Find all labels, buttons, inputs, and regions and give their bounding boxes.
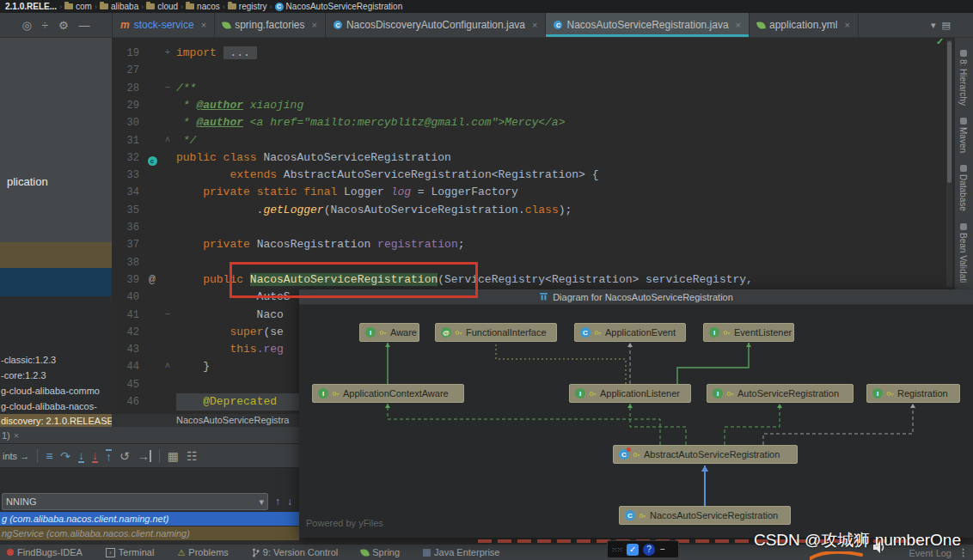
show-execution-point-icon[interactable]: ≡ xyxy=(46,450,52,462)
library-item[interactable]: g-cloud-alibaba-nacos- xyxy=(0,399,112,414)
code-line: 36 xyxy=(112,219,954,236)
run-to-cursor-icon[interactable]: → xyxy=(138,450,151,462)
inspection-status-icon[interactable]: ✓ xyxy=(936,36,944,47)
diagram-node-EventListener[interactable]: IEventListener xyxy=(703,323,794,342)
thread-combobox[interactable]: NNING ▾ xyxy=(2,493,268,510)
breadcrumb-item[interactable]: com xyxy=(64,2,92,11)
breadcrumb-item[interactable]: cloud xyxy=(146,2,178,11)
close-icon[interactable]: × xyxy=(736,20,741,30)
debug-tab-label[interactable]: 1) xyxy=(2,430,10,441)
breadcrumb-item[interactable]: CNacosAutoServiceRegistration xyxy=(275,2,403,11)
fold-marker-icon[interactable]: ˄ xyxy=(162,360,174,370)
diagram-node-Registration[interactable]: IRegistration xyxy=(866,384,960,403)
library-item[interactable]: -classic:1.2.3 xyxy=(0,352,112,368)
ide-window: 2.1.0.RELE...›com›alibaba›cloud›nacos›re… xyxy=(0,0,973,560)
close-icon[interactable]: × xyxy=(844,20,849,30)
drop-frame-icon[interactable]: ↺ xyxy=(119,450,130,462)
ime-minimize-icon[interactable]: − xyxy=(660,545,665,554)
tab-dropdown-icon[interactable]: ▾ xyxy=(931,20,936,31)
close-icon[interactable]: × xyxy=(312,20,317,30)
status-item-problems[interactable]: ⚠Problems xyxy=(177,547,228,557)
status-item-terminal[interactable]: ›Terminal xyxy=(106,547,155,557)
diagram-node-ApplicationEvent[interactable]: CApplicationEvent xyxy=(574,323,686,342)
status-item-9-version-control[interactable]: 9: Version Control xyxy=(252,547,338,557)
status-item-label: 9: Version Control xyxy=(263,547,338,557)
library-item[interactable]: g-cloud-alibaba-commo xyxy=(0,383,112,399)
scroll-from-source-icon[interactable]: ÷ xyxy=(42,19,48,32)
tab-NacosAutoServiceRegistration.java[interactable]: CNacosAutoServiceRegistration.java× xyxy=(546,13,750,37)
editor-scrollbar[interactable] xyxy=(946,40,952,287)
abstract-class-icon: C xyxy=(619,449,629,460)
diagram-node-AutoServiceRegistration[interactable]: IAutoServiceRegistration xyxy=(707,384,854,403)
help-icon[interactable]: ◎ xyxy=(21,19,31,32)
close-icon[interactable]: × xyxy=(201,20,206,30)
right-tool-stripe: 8: HierarchyMavenDatabaseBean Validati xyxy=(954,38,973,289)
interface-icon: I xyxy=(713,388,723,399)
close-icon[interactable]: × xyxy=(532,20,537,30)
chevron-down-icon[interactable]: ▾ xyxy=(259,496,264,508)
breadcrumb-item[interactable]: alibaba xyxy=(100,2,138,11)
status-item-spring[interactable]: Spring xyxy=(361,547,400,557)
step-over-icon[interactable]: ↷ xyxy=(60,450,70,462)
step-into-icon[interactable]: ↓ xyxy=(78,449,84,463)
breadcrumb-separator: › xyxy=(95,3,97,11)
library-item-selected[interactable]: discovery: 2.1.0.RELEASE xyxy=(0,414,112,427)
navigate-down-icon[interactable]: ↓ xyxy=(287,496,292,508)
settings-gear-icon[interactable]: ⚙ xyxy=(58,19,69,32)
tab-stock-service[interactable]: mstock-service× xyxy=(113,13,215,37)
diagram-node-AbstractAutoServiceRegistration[interactable]: CAbstractAutoServiceRegistration xyxy=(613,445,798,464)
fold-marker-icon[interactable]: ˄ xyxy=(162,134,174,144)
spring-leaf-icon xyxy=(222,20,231,29)
ime-help-icon[interactable]: ? xyxy=(643,544,655,556)
debug-tab-strip[interactable]: 1) × xyxy=(0,427,299,444)
tool-window-icon xyxy=(960,50,967,57)
tab-spring.factories[interactable]: spring.factories× xyxy=(215,13,326,37)
scrollbar-thumb[interactable] xyxy=(947,41,952,183)
split-view-icon[interactable]: ▤ xyxy=(942,20,951,31)
fold-marker-icon[interactable]: − xyxy=(162,82,174,92)
tab-NacosDiscoveryAutoConfiguration.java[interactable]: CNacosDiscoveryAutoConfiguration.java× xyxy=(326,13,547,37)
close-icon[interactable]: × xyxy=(14,430,19,441)
tab-overflow-icons: ▾▤ xyxy=(931,13,973,37)
key-icon xyxy=(455,329,462,337)
diagram-node-ApplicationListener[interactable]: IApplicationListener xyxy=(569,384,691,403)
tool-stripe-maven[interactable]: Maven xyxy=(958,118,968,153)
step-out-icon[interactable]: ↑ xyxy=(106,449,112,463)
breadcrumb-item[interactable]: 2.1.0.RELE... xyxy=(5,2,57,11)
diagram-canvas[interactable]: Powered by yFiles IAware@FunctionalInter… xyxy=(299,305,973,538)
diagram-node-NacosAutoServiceRegistration[interactable]: CNacosAutoServiceRegistration xyxy=(619,506,791,525)
code-text: extends AbstractAutoServiceRegistration<… xyxy=(176,167,599,184)
annotation-gutter-icon[interactable]: @ xyxy=(144,273,160,286)
run-class-icon[interactable]: c xyxy=(144,151,160,167)
fold-marker-icon[interactable]: − xyxy=(162,308,174,319)
line-number: 31 xyxy=(112,135,139,147)
navigate-up-icon[interactable]: ↑ xyxy=(275,496,280,508)
frame-list-item[interactable]: g (com.alibaba.nacos.client.naming.net) xyxy=(0,512,299,526)
tool-stripe-bean-validati[interactable]: Bean Validati xyxy=(958,223,968,283)
evaluate-expression-icon[interactable]: ▦ xyxy=(168,450,179,462)
breadcrumb-item[interactable]: nacos xyxy=(186,2,220,11)
fold-marker-icon[interactable]: + xyxy=(162,46,174,57)
tool-stripe-8-hierarchy[interactable]: 8: Hierarchy xyxy=(958,50,968,106)
drag-handle-icon[interactable]: ⁙⁙ xyxy=(611,545,622,554)
library-item[interactable]: -core:1.2.3 xyxy=(0,368,112,383)
breadcrumb-item[interactable]: registry xyxy=(228,2,267,11)
key-icon xyxy=(633,451,640,459)
tab-application.yml[interactable]: application.yml× xyxy=(750,13,859,37)
ime-toolbar[interactable]: ⁙⁙ ✓ ? − xyxy=(607,540,679,558)
terminal-icon: › xyxy=(106,548,115,557)
layout-settings-icon[interactable]: ☷ xyxy=(187,450,198,462)
node-label: AutoServiceRegistration xyxy=(737,388,839,399)
breadcrumb-separator: › xyxy=(270,3,272,11)
hide-panel-icon[interactable]: — xyxy=(79,19,90,32)
frame-list-item[interactable]: ngService (com.alibaba.nacos.client.nami… xyxy=(0,527,299,540)
diagram-node-FunctionalInterface[interactable]: @FunctionalInterface xyxy=(435,323,557,342)
status-item-findbugs-idea[interactable]: FindBugs-IDEA xyxy=(7,547,83,557)
diagram-node-ApplicationContextAware[interactable]: IApplicationContextAware xyxy=(312,384,464,403)
tool-stripe-database[interactable]: Database xyxy=(958,165,968,211)
ime-mode-icon[interactable]: ✓ xyxy=(627,544,639,556)
force-step-into-icon[interactable]: ↓ xyxy=(92,449,98,463)
editor-breadcrumb[interactable]: NacosAutoServiceRegistra xyxy=(112,414,299,427)
diagram-node-Aware[interactable]: IAware xyxy=(359,323,419,342)
status-item-java-enterprise[interactable]: Java Enterprise xyxy=(423,547,499,557)
